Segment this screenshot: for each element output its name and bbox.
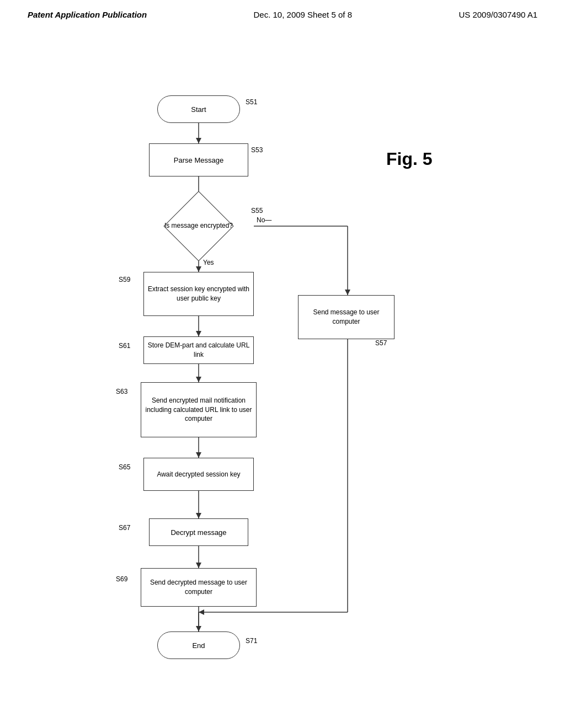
s53-label: S53: [251, 146, 263, 154]
svg-marker-24: [196, 626, 201, 631]
svg-marker-18: [196, 563, 201, 568]
parse-node: Parse Message: [149, 143, 248, 176]
svg-text:No—: No—: [257, 216, 271, 224]
svg-marker-10: [196, 331, 201, 336]
svg-marker-1: [196, 138, 201, 143]
s67-label: S67: [119, 524, 130, 532]
svg-marker-16: [196, 513, 201, 518]
extract-node: Extract session key encrypted with user …: [143, 272, 254, 316]
await-node: Await decrypted session key: [143, 458, 254, 491]
end-node: End: [157, 631, 240, 659]
s61-label: S61: [119, 342, 130, 350]
start-node: Start: [157, 95, 240, 123]
svg-marker-8: [345, 290, 350, 295]
s63-label: S63: [116, 388, 127, 395]
header-left: Patent Application Publication: [28, 10, 147, 19]
flowchart-arrows: Yes No—: [0, 25, 565, 709]
send-dec-node: Send decrypted message to user computer: [141, 568, 257, 607]
store-node: Store DEM-part and calculate URL link: [143, 336, 254, 364]
fig-label: Fig. 5: [386, 149, 433, 169]
s57-label: S57: [375, 339, 387, 347]
decrypt-node: Decrypt message: [149, 518, 248, 546]
s55-label: S55: [251, 207, 263, 215]
page-header: Patent Application Publication Dec. 10, …: [0, 0, 565, 25]
s51-label: S51: [246, 98, 257, 106]
send-enc-node: Send encrypted mail notification includi…: [141, 382, 257, 437]
svg-marker-22: [199, 609, 204, 615]
s71-label: S71: [246, 637, 257, 645]
diagram-area: Yes No— Start S51 Parse Message S53 Is m…: [0, 25, 565, 709]
header-right: US 2009/0307490 A1: [459, 10, 537, 19]
diamond-node: Is message encrypted?: [143, 201, 254, 251]
svg-marker-12: [196, 377, 201, 382]
send-user-node: Send message to user computer: [298, 295, 395, 339]
svg-text:Yes: Yes: [203, 259, 214, 266]
s69-label: S69: [116, 575, 127, 583]
svg-marker-14: [196, 452, 201, 458]
s59-label: S59: [119, 276, 130, 283]
s65-label: S65: [119, 463, 130, 471]
header-center: Dec. 10, 2009 Sheet 5 of 8: [254, 10, 352, 19]
svg-marker-5: [196, 266, 201, 272]
